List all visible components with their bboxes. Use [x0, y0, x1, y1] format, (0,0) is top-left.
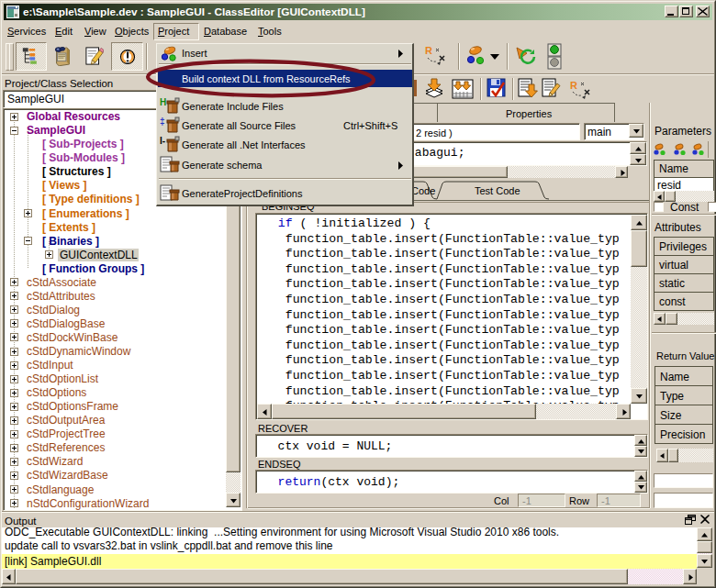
svg-text:R: R — [425, 45, 432, 56]
svg-text:I-: I- — [160, 136, 165, 146]
svg-text:R: R — [570, 80, 577, 91]
svg-text:‡: ‡ — [160, 116, 165, 127]
